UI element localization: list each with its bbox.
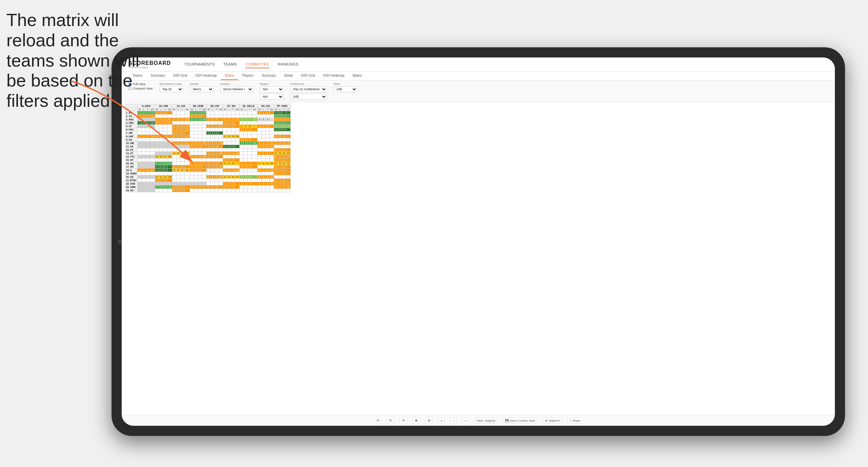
- toolbar-view-original[interactable]: View: Original: [474, 418, 498, 424]
- nav-rankings[interactable]: RANKINGS: [278, 61, 298, 68]
- matrix-cell: [235, 115, 240, 118]
- matrix-cell: 0: [282, 125, 286, 128]
- matrix-cell: [215, 111, 219, 115]
- matrix-cell: [240, 131, 244, 135]
- matrix-cell: [235, 111, 240, 115]
- matrix-cell: [198, 189, 202, 192]
- sub-nav-detail[interactable]: Detail: [280, 72, 297, 80]
- sub-nav-h2h-heatmap2[interactable]: H2H Heatmap: [319, 72, 348, 80]
- matrix-cell: [202, 182, 207, 186]
- table-row: 3. ASU0408005012020048010010526001600000…: [125, 118, 291, 121]
- matrix-cell: 1: [240, 125, 244, 128]
- matrix-cell: [172, 111, 176, 115]
- matrix-cell: 0: [172, 118, 176, 121]
- matrix-cell: [202, 115, 207, 118]
- matrix-cell: [231, 142, 235, 145]
- matrix-cell: 0: [231, 145, 235, 148]
- conference-label: Conference: [290, 82, 327, 85]
- division-filter: Division NCAA Division I NCAA Division I…: [220, 82, 253, 92]
- matrix-cell: [194, 135, 198, 138]
- matrix-cell: 0: [266, 111, 270, 115]
- toolbar-reset[interactable]: ○: [462, 417, 469, 424]
- toolbar-redo[interactable]: ↻: [387, 417, 394, 424]
- toolbar-minus[interactable]: −: [450, 417, 457, 424]
- sh-ucb-l: L: [194, 108, 198, 111]
- toolbar-share[interactable]: ⤴ Share: [567, 418, 583, 424]
- toolbar-zoom-in[interactable]: ⊕: [412, 417, 420, 424]
- matrix-cell: 0: [231, 125, 235, 128]
- matrix-cell: 0: [163, 175, 167, 179]
- matrix-cell: [219, 115, 223, 118]
- matrix-cell: [172, 182, 176, 186]
- matrix-cell: 0: [248, 165, 252, 169]
- matrix-cell: 0: [266, 162, 270, 165]
- toolbar-refresh[interactable]: ⟳: [400, 417, 407, 424]
- matrix-cell: 0: [198, 145, 202, 148]
- sub-nav-matrix[interactable]: Matrix: [221, 72, 238, 80]
- matrix-cell: [227, 179, 231, 182]
- region-filter: Region N/A N/A: [260, 82, 284, 100]
- toolbar-watch[interactable]: 👁 Watch ▾: [542, 418, 562, 424]
- gender-select[interactable]: Men's Women's: [190, 86, 214, 92]
- matrix-cell: [252, 121, 258, 125]
- matrix-cell: [266, 135, 270, 138]
- sub-nav-h2h-grid[interactable]: H2H Grid: [169, 72, 191, 80]
- row-label: 15. UF: [125, 158, 138, 162]
- row-label: 13. UT: [125, 152, 138, 155]
- matrix-cell: 0: [138, 169, 142, 172]
- matrix-cell: 0: [258, 152, 262, 155]
- max-teams-select[interactable]: Top 25 Top 50: [160, 86, 183, 92]
- matrix-cell: 0: [282, 135, 286, 138]
- toolbar-plus[interactable]: +: [438, 417, 445, 424]
- toolbar-zoom-out[interactable]: ⊖: [425, 417, 433, 424]
- sub-nav-summary[interactable]: Summary: [146, 72, 169, 80]
- matrix-cell: 0: [282, 162, 286, 165]
- matrix-cell: [286, 135, 291, 138]
- table-row: 4. UNC1003601011010200: [125, 121, 291, 125]
- sub-nav-h2h-heatmap[interactable]: H2H Heatmap: [191, 72, 221, 80]
- matrix-cell: 0: [146, 121, 150, 125]
- conference-select2[interactable]: (All): [290, 94, 327, 100]
- matrix-cell: 0: [240, 182, 244, 186]
- matrix-cell: [190, 175, 194, 179]
- sub-nav-players[interactable]: Players: [238, 72, 258, 80]
- matrix-cell: 1: [244, 182, 248, 186]
- sub-nav-h2h-grid2[interactable]: H2H Grid: [297, 72, 319, 80]
- team-select[interactable]: (All): [334, 86, 357, 92]
- matrix-cell: [240, 121, 244, 125]
- matrix-cell: 1: [159, 175, 163, 179]
- matrix-cell: 29: [286, 155, 291, 158]
- conference-select[interactable]: Pac-12 Conference (All): [290, 86, 327, 92]
- region-select2[interactable]: N/A: [260, 94, 284, 100]
- matrix-cell: 0: [198, 115, 202, 118]
- matrix-cell: [184, 138, 190, 142]
- matrix-cell: [270, 121, 274, 125]
- matrix-cell: 3: [278, 182, 282, 186]
- nav-teams[interactable]: TEAMS: [223, 61, 237, 68]
- nav-tournaments[interactable]: TOURNAMENTS: [185, 61, 215, 68]
- sub-nav-matrix2[interactable]: Matrix: [348, 72, 366, 80]
- matrix-cell: [142, 182, 146, 186]
- matrix-cell: 0: [286, 125, 291, 128]
- region-select[interactable]: N/A: [260, 86, 284, 92]
- matrix-cell: 0: [278, 121, 282, 125]
- matrix-cell: [172, 172, 176, 175]
- toolbar-undo[interactable]: ↺: [374, 417, 382, 424]
- matrix-cell: [211, 128, 215, 131]
- matrix-cell: [150, 179, 155, 182]
- nav-committee[interactable]: COMMITTEE: [245, 61, 269, 68]
- matrix-cell: [142, 179, 146, 182]
- toolbar-save-custom[interactable]: 💾 Save Custom View: [503, 418, 537, 424]
- matrix-cell: [146, 179, 150, 182]
- matrix-cell: 0: [231, 169, 235, 172]
- matrix-cell: 1: [278, 135, 282, 138]
- matrix-cell: 1: [274, 128, 278, 131]
- matrix-cell: [223, 179, 227, 182]
- table-row: 15. UF010010: [125, 158, 291, 162]
- sub-nav-summary2[interactable]: Summary: [258, 72, 280, 80]
- matrix-container[interactable]: 3. ASU 10. UW 11. UA 22. UCB 24. UO 27. …: [122, 102, 835, 415]
- matrix-cell: 2: [262, 142, 266, 145]
- matrix-cell: 1: [176, 135, 180, 138]
- matrix-cell: [190, 152, 194, 155]
- division-select[interactable]: NCAA Division I NCAA Division II: [220, 86, 253, 92]
